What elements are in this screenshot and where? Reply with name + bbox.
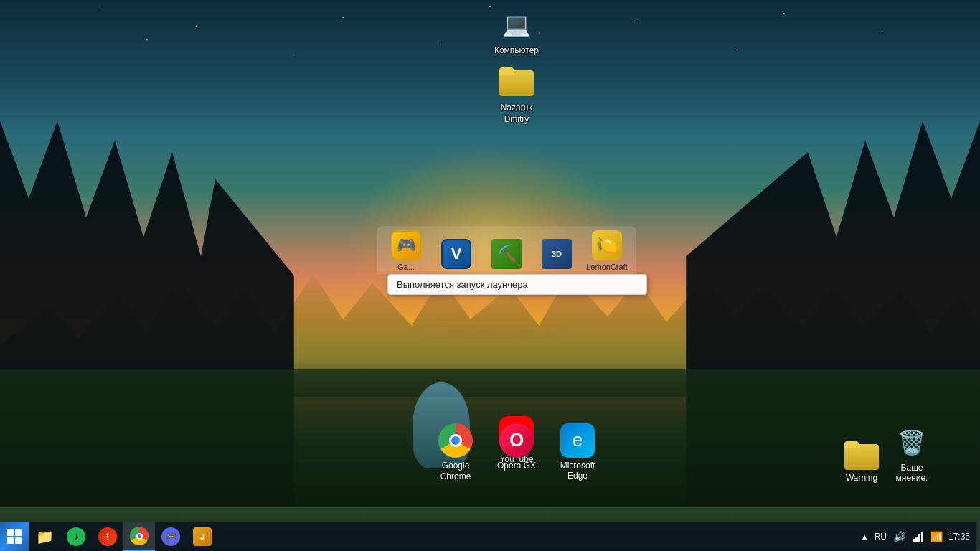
system-tray: ▲ RU 🔊 📶 17:35 xyxy=(855,522,976,551)
svg-rect-0 xyxy=(7,529,14,536)
opera-desktop-icon: O xyxy=(499,423,534,458)
svg-rect-2 xyxy=(7,537,14,544)
gamemaker-icon: 🎮 xyxy=(391,230,421,260)
edge-desktop-icon: e xyxy=(560,423,595,458)
desktop-icon-trash[interactable]: 🗑️ Ваше мнение. xyxy=(887,425,937,483)
launcher-icons-row: 🎮 Ga... V ⛏️ 3D xyxy=(377,226,636,274)
svg-rect-3 xyxy=(15,537,22,544)
gamemaker-label: Ga... xyxy=(397,263,415,271)
discord-icon: 🎮 xyxy=(161,527,180,546)
minecraft-icon: ⛏️ xyxy=(491,239,522,269)
trash-icon: 🗑️ xyxy=(895,425,929,460)
tray-sound-icon[interactable]: 🔊 xyxy=(892,529,907,544)
vector-icon: V xyxy=(441,239,471,269)
desktop-icon-chrome[interactable]: GoogleChrome xyxy=(430,423,481,483)
launcher-app-3d[interactable]: 3D xyxy=(532,239,582,274)
computer-icon: 💻 xyxy=(499,7,534,42)
tray-clock[interactable]: 17:35 xyxy=(948,532,970,542)
lemoncraft-icon: 🍋 xyxy=(592,230,622,260)
chrome-desktop-label: GoogleChrome xyxy=(440,461,471,483)
launcher-container: 🎮 Ga... V ⛏️ 3D xyxy=(377,226,636,295)
tray-language[interactable]: RU xyxy=(873,532,888,542)
desktop: 💻 Компьютер Nazaruk Dmitry YouTube xyxy=(0,0,980,551)
taskbar-item-explorer[interactable]: 📁 xyxy=(29,522,60,551)
desktop-icon-folder-nazaruk[interactable]: Nazaruk Dmitry xyxy=(488,65,545,126)
trash-icon-label: Ваше мнение. xyxy=(896,463,928,483)
taskbar-item-java[interactable]: J xyxy=(187,522,218,551)
chrome-desktop-icon xyxy=(438,423,473,458)
warning-folder-label: Warning xyxy=(846,473,877,483)
launcher-tooltip-text: Выполняется запуск лаунчера xyxy=(397,279,528,290)
edge-desktop-label: MicrosoftEdge xyxy=(560,461,595,481)
print3d-icon: 3D xyxy=(542,239,572,269)
lemoncraft-label: LemonCraft xyxy=(586,263,627,271)
desktop-icon-computer[interactable]: 💻 Компьютер xyxy=(488,7,545,57)
taskbar-item-spotify[interactable]: ♪ xyxy=(60,522,92,551)
taskbar-item-chrome[interactable] xyxy=(123,522,155,551)
taskbar: 📁 ♪ ! 🎮 J ▲ RU 🔊 xyxy=(0,522,980,551)
taskbar-item-discord[interactable]: 🎮 xyxy=(155,522,187,551)
spotify-icon: ♪ xyxy=(67,527,85,546)
launcher-tooltip: Выполняется запуск лаунчера xyxy=(387,274,647,295)
desktop-icon-warning[interactable]: Warning xyxy=(837,441,887,483)
desktop-icon-opera[interactable]: O Opera GX xyxy=(491,423,542,483)
desktop-area: 💻 Компьютер Nazaruk Dmitry YouTube xyxy=(0,0,980,522)
folder-icon xyxy=(499,65,534,99)
taskbar-pinned-items: 📁 ♪ ! 🎮 J xyxy=(29,522,855,551)
launcher-app-minecraft[interactable]: ⛏️ xyxy=(481,239,532,274)
explorer-icon: 📁 xyxy=(35,527,54,546)
unknown-icon: ! xyxy=(98,527,117,546)
java-icon: J xyxy=(193,527,212,546)
folder-icon-label: Nazaruk Dmitry xyxy=(499,102,535,126)
taskbar-item-unknown[interactable]: ! xyxy=(92,522,123,551)
tray-wifi-icon[interactable]: 📶 xyxy=(930,529,944,544)
desktop-icon-edge[interactable]: e MicrosoftEdge xyxy=(552,423,603,483)
computer-icon-label: Компьютер xyxy=(492,44,541,57)
chrome-taskbar-icon xyxy=(130,527,149,545)
warning-folder-icon xyxy=(844,441,879,470)
desktop-browser-icons: GoogleChrome O Opera GX e MicrosoftEdge xyxy=(430,423,603,483)
launcher-app-vector[interactable]: V xyxy=(431,239,481,274)
launcher-app-gamemaker[interactable]: 🎮 Ga... xyxy=(381,230,431,274)
launcher-app-lemoncraft[interactable]: 🍋 LemonCraft xyxy=(582,230,632,274)
show-desktop-button[interactable] xyxy=(976,522,980,551)
tray-expand-arrow[interactable]: ▲ xyxy=(861,532,869,541)
start-icon xyxy=(6,528,23,545)
start-button[interactable] xyxy=(0,522,29,551)
tray-network-icon[interactable] xyxy=(911,529,925,544)
svg-rect-1 xyxy=(15,529,22,536)
opera-desktop-label: Opera GX xyxy=(497,461,536,471)
